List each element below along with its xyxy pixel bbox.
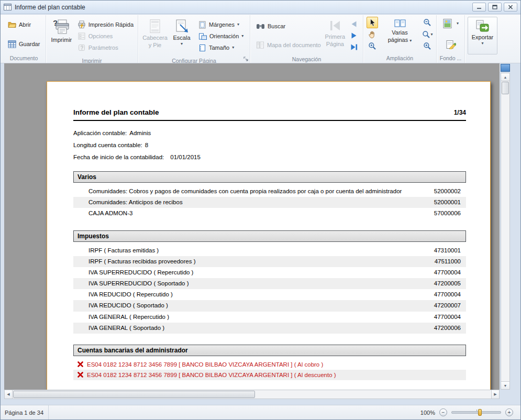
mano-tool-button[interactable] [367,29,378,40]
exportar-button[interactable]: Exportar ▾ [468,17,497,54]
report-page-indicator: 1/34 [454,109,466,116]
magnifier-icon [368,42,376,50]
hand-tool-icon [368,30,376,39]
zoom-out-button[interactable]: − [439,408,447,416]
lupa-tool-button[interactable] [367,40,378,52]
ribbon-group-ampliacion: Varias páginas ▾ ▾ Ampliación [363,15,437,63]
save-icon [8,40,16,48]
report-section-varios: Varios Comunidades: Cobros y pagos de co… [73,171,466,219]
caret-down-icon: ▾ [457,21,459,26]
meta-label: Fecha de inicio de la contabilidad: [73,154,164,160]
varias-paginas-label: Varias páginas [388,29,408,43]
report-section-cuentas-bancarias: Cuentas bancarias del administrador ES04… [73,345,466,380]
caret-down-icon: ▾ [481,41,483,46]
preview-area[interactable]: Informe del plan contable 1/34 Aplicació… [4,63,500,390]
reducir-zoom-button[interactable] [422,17,433,28]
scroll-left-button[interactable]: ◀ [5,390,13,399]
last-page-icon [350,43,358,51]
ribbon: Abrir Guardar Documento ? Imprimir [1,15,520,63]
puntero-tool-button[interactable] [367,17,378,28]
zoom-slider-thumb[interactable] [478,409,482,416]
pagina-siguiente-button[interactable] [348,30,360,41]
mouse-pointer-icon [369,18,376,27]
account-row: IVA REDUCIDO ( Soportado )47200007 [73,300,466,311]
caret-down-icon: ▾ [241,34,243,38]
header-footer-icon [148,19,162,34]
opciones-label: Opciones [88,33,113,39]
zoom-in-button[interactable]: + [505,408,513,416]
varias-paginas-button[interactable]: Varias páginas ▾ [385,17,415,54]
buscar-button[interactable]: Buscar [254,20,323,32]
page-info: Página 1 de 34 [1,405,49,419]
account-code: 47200005 [434,280,461,288]
orientacion-button[interactable]: Orientación ▾ [196,30,246,42]
scale-icon [174,19,189,34]
ribbon-group-documento: Abrir Guardar Documento [2,15,46,63]
imprimir-label: Imprimir [51,37,72,43]
margenes-button[interactable]: Márgenes ▾ [196,19,246,30]
window-controls [472,3,517,12]
editar-fondo-button[interactable] [444,39,458,50]
opciones-button: Opciones [75,30,136,42]
imprimir-button[interactable]: ? Imprimir [49,17,74,57]
account-row: IVA GENERAL ( Soportado )47200006 [73,323,466,334]
vertical-scrollbar[interactable]: ▲ ▼ [501,73,510,390]
account-row: IVA REDUCIDO ( Repercutido )47700004 [73,289,466,300]
maximize-button[interactable] [488,3,502,12]
svg-text:?: ? [53,19,58,27]
account-row: IVA SUPERREDUCIDO ( Repercutido )4770000… [73,267,466,278]
abrir-label: Abrir [19,21,31,28]
section-rows: ES04 0182 1234 8712 3456 7899 [ BANCO BI… [73,359,466,380]
guardar-button[interactable]: Guardar [6,38,43,50]
titlebar[interactable]: Informe del plan contable [1,1,520,14]
paper-size-icon [198,44,206,52]
ribbon-group-configurar-pagina: Cabecera y Pie Escala ▾ Márgenes ▾ Ori [138,15,250,63]
statusbar: Página 1 de 34 100% − + [1,405,520,419]
meta-value: 8 [145,142,148,148]
tamano-button[interactable]: Tamaño ▾ [196,42,246,53]
close-button[interactable] [504,3,517,12]
zoom-controls: 100% − + [420,408,520,416]
dialog-launcher-icon[interactable] [243,57,249,62]
caret-down-icon: ▾ [409,38,412,43]
meta-line: Longitud cuenta contable:8 [73,142,466,148]
impresion-rapida-button[interactable]: Impresión Rápida [75,19,136,30]
ampliar-zoom-button[interactable] [422,40,433,52]
zoom-slider[interactable] [451,411,501,414]
previous-page-icon [350,20,358,28]
abrir-button[interactable]: Abrir [6,19,43,30]
escala-button[interactable]: Escala ▾ [169,17,194,57]
red-x-icon [77,372,83,378]
first-page-icon [328,19,342,32]
ultima-pagina-button[interactable] [348,41,360,53]
minimize-button[interactable] [472,3,486,12]
account-row: CAJA ADMON-357000006 [73,208,466,219]
horizontal-scrollbar[interactable]: ◀ ▶ [4,390,500,399]
scroll-up-button[interactable]: ▲ [501,73,509,81]
meta-value: 01/01/2015 [170,154,201,160]
buscar-label: Buscar [268,23,285,29]
tamano-label: Tamaño [209,45,229,51]
meta-value: Adminis [129,130,151,136]
svg-text:?: ? [80,45,83,51]
caret-down-icon: ▾ [181,42,183,46]
account-row: IVA SUPERREDUCIDO ( Soportado )47200005 [73,278,466,289]
zoom-icon [422,30,430,39]
account-code: 52000002 [434,187,461,195]
account-row: Comunidades: Cobros y pagos de comunidad… [73,186,466,197]
account-code: 47310001 [434,247,461,255]
margenes-label: Márgenes [209,21,235,28]
scroll-right-button[interactable]: ▶ [491,390,499,399]
vertical-scroll-thumb[interactable] [502,82,509,94]
horizontal-scroll-thumb[interactable] [13,391,255,398]
account-code: 57000006 [434,209,461,217]
window-title: Informe del plan contable [15,4,85,11]
zoom-button[interactable]: ▾ [422,29,433,40]
watermark-icon [442,18,454,29]
group-label-navegacion: Navegación [250,56,363,63]
group-label-exportar [465,54,500,63]
fondo-pagina-button[interactable]: ▾ [440,18,461,29]
scroll-corner-button[interactable] [501,64,510,72]
scroll-down-button[interactable]: ▼ [501,381,509,389]
margins-icon [198,21,206,29]
